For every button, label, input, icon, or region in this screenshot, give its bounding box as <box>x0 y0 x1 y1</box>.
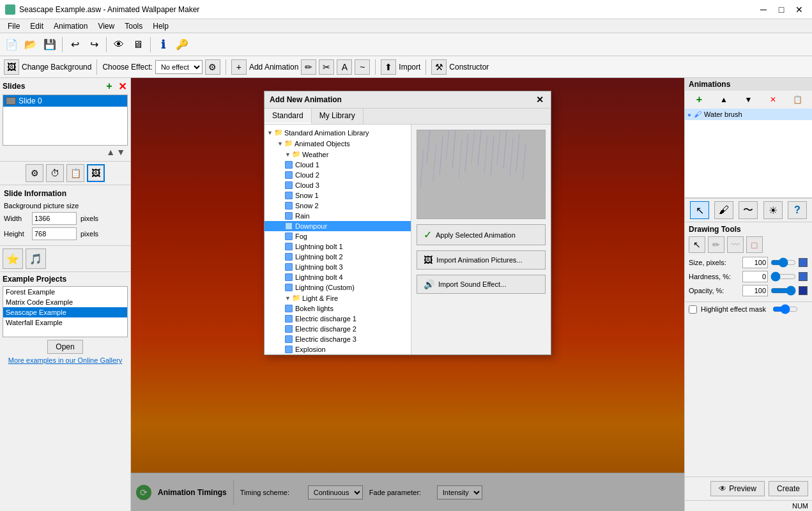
publish-button[interactable]: 🖥 <box>129 36 147 54</box>
menu-file[interactable]: File <box>3 20 25 32</box>
tree-lightning1[interactable]: Lightning bolt 1 <box>264 241 411 252</box>
anim-edit-btn2[interactable]: ✂ <box>319 59 334 75</box>
sun-tool-button[interactable]: ☀ <box>763 201 783 219</box>
choose-effect-select[interactable]: No effect <box>155 60 203 74</box>
slide-image-button[interactable]: 🖼 <box>87 164 105 182</box>
copy-anim-button[interactable]: 📋 <box>791 93 805 107</box>
import-pictures-button[interactable]: 🖼 Import Animation Pictures... <box>417 250 546 270</box>
pencil-draw-button[interactable]: ✏ <box>708 236 724 253</box>
opacity-slider[interactable] <box>770 286 796 295</box>
remove-anim-button[interactable]: ✕ <box>766 93 780 107</box>
opacity-input[interactable] <box>742 285 768 296</box>
tree-bokeh[interactable]: Bokeh lights <box>264 303 411 314</box>
preview-small-button[interactable]: 👁 <box>110 36 128 54</box>
import-sound-button[interactable]: 🔊 Import Sound Effect... <box>417 275 546 294</box>
tree-cloud1[interactable]: Cloud 1 <box>264 160 411 170</box>
apply-animation-button[interactable]: ✓ Apply Selected Animation <box>417 224 546 245</box>
menu-tools[interactable]: Tools <box>119 20 148 32</box>
wave-tool-button[interactable]: 〜 <box>739 201 758 219</box>
save-button[interactable]: 💾 <box>41 36 59 54</box>
tree-elec2[interactable]: Electric discharge 2 <box>264 324 411 334</box>
effect-settings-button[interactable]: ⚙ <box>205 59 220 75</box>
slide-down-button[interactable]: ▼ <box>116 147 125 157</box>
hardness-slider[interactable] <box>770 272 796 281</box>
menu-animation[interactable]: Animation <box>49 20 93 32</box>
highlight-mask-slider[interactable] <box>772 305 798 314</box>
info-button[interactable]: ℹ <box>154 36 172 54</box>
slide-up-button[interactable]: ▲ <box>106 147 115 157</box>
add-anim-button[interactable]: + <box>692 93 706 107</box>
move-up-anim-button[interactable]: ▲ <box>717 93 731 107</box>
remove-slide-button[interactable]: ✕ <box>116 80 128 92</box>
anim-item-water[interactable]: ● 🖌 Water brush <box>685 109 812 120</box>
move-down-anim-button[interactable]: ▼ <box>741 93 755 107</box>
tree-snow1[interactable]: Snow 1 <box>264 190 411 201</box>
title-bar-controls[interactable]: ─ □ ✕ <box>756 4 807 15</box>
project-seascape[interactable]: Seascape Example <box>3 307 127 317</box>
anim-edit-btn4[interactable]: ~ <box>355 59 370 75</box>
create-button[interactable]: Create <box>769 481 808 496</box>
tree-elec3[interactable]: Electric discharge 3 <box>264 334 411 344</box>
anim-edit-btn3[interactable]: A <box>337 59 352 75</box>
anim-edit-btn1[interactable]: ✏ <box>301 59 316 75</box>
tree-elec1[interactable]: Electric discharge 1 <box>264 314 411 324</box>
tree-root[interactable]: ▼ 📁 Standard Animation Library <box>264 127 411 138</box>
modal-tab-my-library[interactable]: My Library <box>312 109 364 124</box>
slide-settings-button[interactable]: ⚙ <box>26 164 43 182</box>
tree-rain[interactable]: Rain <box>264 211 411 221</box>
brush-draw-button[interactable]: 〰 <box>727 236 744 253</box>
width-input[interactable] <box>32 212 77 225</box>
tree-explosion[interactable]: Explosion <box>264 344 411 355</box>
menu-view[interactable]: View <box>93 20 119 32</box>
size-slider[interactable] <box>770 258 796 267</box>
preview-button[interactable]: 👁 Preview <box>710 481 765 496</box>
open-project-button[interactable]: Open <box>47 340 82 354</box>
close-button[interactable]: ✕ <box>792 4 807 15</box>
height-input[interactable] <box>32 227 77 240</box>
gallery-link[interactable]: More examples in our Online Gallery <box>3 356 128 364</box>
tree-lightning4[interactable]: Lightning bolt 4 <box>264 272 411 282</box>
tree-cloud2[interactable]: Cloud 2 <box>264 170 411 180</box>
favorites-tab[interactable]: ⭐ <box>3 248 23 269</box>
tree-snow2[interactable]: Snow 2 <box>264 201 411 211</box>
minimize-button[interactable]: ─ <box>756 4 771 15</box>
size-input[interactable] <box>742 257 768 268</box>
modal-close-button[interactable]: ✕ <box>534 94 546 105</box>
tree-animated-objects[interactable]: ▼ 📁 Animated Objects <box>264 138 411 149</box>
undo-button[interactable]: ↩ <box>66 36 84 54</box>
menu-edit[interactable]: Edit <box>25 20 49 32</box>
cursor-tool-button[interactable]: ↖ <box>690 201 709 219</box>
project-forest[interactable]: Forest Example <box>3 287 127 297</box>
slide-clone-button[interactable]: 📋 <box>66 164 84 182</box>
add-animation-button[interactable]: + <box>231 59 247 75</box>
menu-help[interactable]: Help <box>148 20 174 32</box>
tree-light-fire[interactable]: ▼ 📁 Light & Fire <box>264 293 411 303</box>
project-waterfall[interactable]: Waterfall Example <box>3 317 127 328</box>
change-background-button[interactable]: 🖼 <box>4 59 19 75</box>
maximize-button[interactable]: □ <box>774 4 789 15</box>
tree-fog[interactable]: Fog <box>264 231 411 241</box>
constructor-button[interactable]: ⚒ <box>431 59 447 75</box>
add-slide-button[interactable]: + <box>103 80 115 92</box>
tree-weather[interactable]: ▼ 📁 Weather <box>264 149 411 160</box>
tree-lightning3[interactable]: Lightning bolt 3 <box>264 262 411 272</box>
help-button[interactable]: ? <box>788 201 807 219</box>
slide-item-0[interactable]: Slide 0 <box>3 95 127 107</box>
tree-lightning2[interactable]: Lightning bolt 2 <box>264 252 411 262</box>
hardness-input[interactable] <box>742 271 768 282</box>
eraser-draw-button[interactable]: ◻ <box>746 236 763 253</box>
tree-lightning-custom[interactable]: Lightning (Custom) <box>264 282 411 293</box>
brush-tool-button[interactable]: 🖌 <box>714 201 733 219</box>
import-button[interactable]: ⬆ <box>381 59 396 75</box>
slide-timer-button[interactable]: ⏱ <box>46 164 64 182</box>
open-button[interactable]: 📂 <box>22 36 40 54</box>
project-matrix[interactable]: Matrix Code Example <box>3 297 127 307</box>
tree-downpour[interactable]: Downpour <box>264 221 411 231</box>
redo-button[interactable]: ↪ <box>85 36 103 54</box>
audio-tab[interactable]: 🎵 <box>26 248 46 269</box>
tree-cloud3[interactable]: Cloud 3 <box>264 180 411 190</box>
highlight-mask-checkbox[interactable] <box>689 305 697 314</box>
new-button[interactable]: 📄 <box>3 36 20 54</box>
select-draw-button[interactable]: ↖ <box>689 236 705 253</box>
modal-tab-standard[interactable]: Standard <box>264 109 312 124</box>
